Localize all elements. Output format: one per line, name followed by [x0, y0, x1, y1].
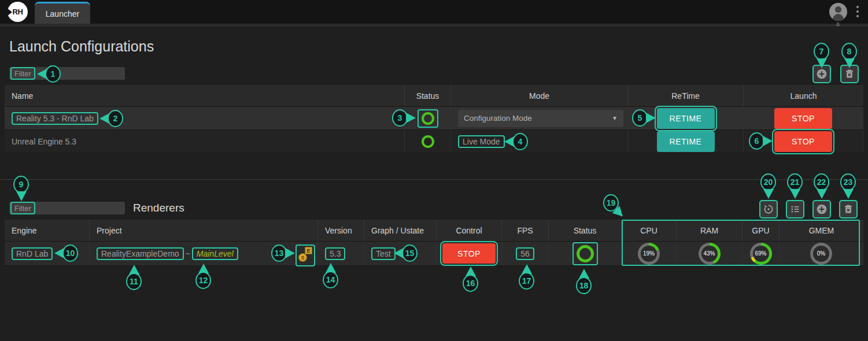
- status-online-icon: [422, 135, 434, 148]
- renderers-title: Renderers: [133, 202, 184, 214]
- mode-dropdown[interactable]: Configuration Mode ▼: [458, 110, 623, 127]
- renderer-status: [572, 242, 598, 265]
- annotation-2: 2: [99, 110, 123, 127]
- renderer-engine: RnD Lab: [12, 247, 53, 260]
- page-title: Launch Configurations: [9, 38, 154, 55]
- col-version[interactable]: Version: [318, 220, 364, 241]
- annotation-15: 15: [394, 244, 418, 262]
- annotation-16: 16: [463, 266, 478, 292]
- launch-table-header: Name Status Mode ReTime Launch: [5, 85, 863, 107]
- renderers-delete-button[interactable]: [839, 200, 858, 218]
- launcher-window: RH Launcher a Launch Configurations Filt…: [0, 0, 868, 341]
- config-name: Reality 5.3 - RnD Lab: [12, 112, 98, 125]
- renderers-list-button[interactable]: [786, 200, 804, 218]
- annotation-13: 13: [271, 244, 295, 262]
- annotation-20: 20: [760, 173, 776, 199]
- annotation-22: 22: [814, 173, 829, 199]
- section-divider: [0, 179, 868, 180]
- avatar-letter: a: [836, 21, 840, 27]
- col-status[interactable]: Status: [405, 85, 451, 106]
- annotation-12: 12: [195, 264, 211, 289]
- rh-logo[interactable]: RH: [8, 2, 28, 22]
- col-status[interactable]: Status: [549, 220, 622, 241]
- config-stop-button-row1[interactable]: STOP: [774, 108, 832, 129]
- config-stop-button[interactable]: STOP: [774, 131, 832, 152]
- annotation-4: 4: [504, 133, 528, 150]
- renderers-add-button[interactable]: [812, 200, 831, 218]
- trash-x-icon: [843, 203, 854, 215]
- renderers-filter-input[interactable]: Filter: [9, 202, 125, 214]
- launch-filter-input[interactable]: Filter: [9, 67, 125, 80]
- tab-launcher[interactable]: Launcher: [35, 2, 90, 24]
- renderer-stop-button[interactable]: STOP: [442, 243, 496, 264]
- renderer-graph-ustate: Test: [371, 247, 396, 260]
- ram-gauge: 43%: [699, 243, 721, 265]
- col-engine[interactable]: Engine: [5, 220, 90, 241]
- col-retime[interactable]: ReTime: [628, 85, 744, 106]
- annotation-10: 10: [54, 244, 78, 262]
- renderer-level: MainLevel: [192, 247, 238, 260]
- cpu-gauge: 19%: [638, 243, 660, 265]
- renderer-row[interactable]: RnD Lab RealityExampleDemo ~ MainLevel 5…: [5, 242, 863, 266]
- project-level-separator: ~: [186, 249, 190, 258]
- renderer-project-icon[interactable]: E S: [296, 244, 315, 266]
- avatar-icon[interactable]: [829, 3, 847, 21]
- annotation-19: 19: [603, 194, 619, 212]
- renderer-fps: 56: [516, 247, 534, 260]
- col-project[interactable]: Project: [90, 220, 318, 241]
- launch-configurations-table: Name Status Mode ReTime Launch Reality 5…: [5, 85, 863, 153]
- status-online-icon: [422, 112, 434, 125]
- col-control[interactable]: Control: [437, 220, 502, 241]
- kebab-menu-icon[interactable]: [856, 6, 859, 17]
- annotation-1: 1: [37, 65, 61, 83]
- history-icon: [763, 203, 774, 215]
- renderers-table-header: Engine Project Version Graph / Ustate Co…: [5, 220, 863, 242]
- annotation-7: 7: [814, 43, 829, 68]
- config-mode-live: Live Mode: [458, 135, 505, 148]
- renderer-version: 5.3: [325, 247, 345, 260]
- trash-x-icon: [844, 68, 855, 80]
- config-row-1[interactable]: Reality 5.3 - RnD Lab Configuration Mode…: [5, 107, 863, 130]
- renderers-table: Engine Project Version Graph / Ustate Co…: [5, 220, 863, 266]
- annotation-21: 21: [787, 173, 803, 199]
- config-row-2[interactable]: Unreal Engine 5.3 Live Mode RETIME STOP: [5, 130, 863, 153]
- plus-circle-icon: [815, 68, 828, 80]
- config-status: [418, 109, 438, 128]
- annotation-3: 3: [392, 109, 416, 127]
- annotation-5: 5: [632, 109, 656, 127]
- status-online-icon: [577, 245, 594, 262]
- dropdown-caret-icon: ▼: [612, 115, 618, 121]
- list-icon: [789, 203, 801, 215]
- top-bar-strip: [0, 24, 868, 27]
- col-name[interactable]: Name: [5, 85, 405, 106]
- annotation-9: 9: [13, 176, 29, 201]
- col-cpu[interactable]: CPU: [622, 220, 677, 241]
- annotation-18: 18: [576, 269, 592, 294]
- col-graph-ustate[interactable]: Graph / Ustate: [364, 220, 437, 241]
- col-mode[interactable]: Mode: [451, 85, 628, 106]
- annotation-11: 11: [126, 265, 142, 290]
- col-gmem[interactable]: GMEM: [780, 220, 863, 241]
- config-retime-button[interactable]: RETIME: [657, 108, 715, 129]
- col-launch[interactable]: Launch: [744, 85, 863, 106]
- col-fps[interactable]: FPS: [502, 220, 549, 241]
- annotation-23: 23: [840, 173, 856, 199]
- plus-circle-icon: [815, 203, 828, 216]
- annotation-6: 6: [749, 132, 773, 150]
- top-bar: [0, 0, 868, 24]
- annotation-17: 17: [519, 264, 534, 290]
- config-retime-button-row2[interactable]: RETIME: [657, 131, 715, 152]
- annotation-14: 14: [323, 263, 338, 288]
- annotation-8: 8: [841, 43, 857, 68]
- col-gpu[interactable]: GPU: [743, 220, 780, 241]
- renderer-project: RealityExampleDemo: [97, 247, 184, 260]
- gold-coin-editor-icon: E S: [298, 247, 312, 262]
- config-name-2: Unreal Engine 5.3: [12, 137, 76, 146]
- gpu-gauge: 69%: [750, 243, 772, 265]
- renderers-refresh-button[interactable]: [759, 200, 778, 218]
- col-ram[interactable]: RAM: [677, 220, 743, 241]
- gmem-gauge: 0%: [810, 243, 832, 265]
